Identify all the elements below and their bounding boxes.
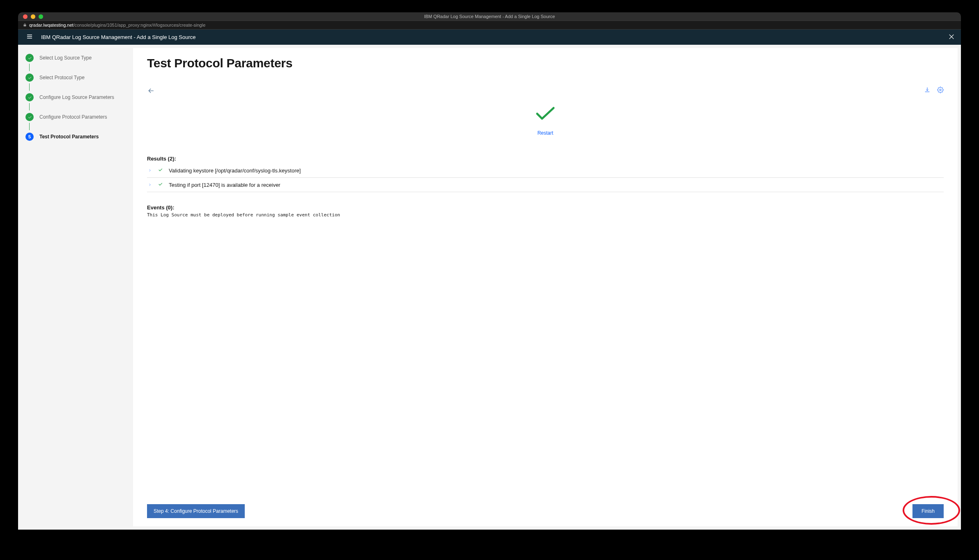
restart-link[interactable]: Restart xyxy=(147,130,944,136)
current-step-badge: 5 xyxy=(25,133,34,141)
result-text: Validating keystore [/opt/qradar/conf/sy… xyxy=(169,168,301,174)
back-arrow-icon[interactable] xyxy=(147,89,155,96)
settings-icon[interactable] xyxy=(937,87,944,95)
check-icon xyxy=(25,73,34,82)
url-bar[interactable]: qradar.lwqatesting.net/console/plugins/1… xyxy=(18,21,961,30)
step-configure-log-source-parameters[interactable]: Configure Log Source Parameters xyxy=(18,87,133,107)
events-note: This Log Source must be deployed before … xyxy=(147,212,944,218)
chevron-right-icon[interactable] xyxy=(148,182,158,188)
url-host: qradar.lwqatesting.net xyxy=(29,23,74,28)
check-icon xyxy=(25,93,34,101)
check-icon xyxy=(25,54,34,62)
window-titlebar: IBM QRadar Log Source Management - Add a… xyxy=(18,12,961,21)
wizard-sidebar: Select Log Source Type Select Protocol T… xyxy=(18,45,133,530)
previous-step-button[interactable]: Step 4: Configure Protocol Parameters xyxy=(147,504,245,518)
app-header: IBM QRadar Log Source Management - Add a… xyxy=(18,30,961,45)
check-icon xyxy=(158,167,169,174)
main-content: Test Protocol Parameters Restart Results… xyxy=(133,48,958,526)
minimize-window-button[interactable] xyxy=(31,14,35,19)
url-path: /console/plugins/1051/app_proxy:nginx/#/… xyxy=(74,23,206,28)
result-row: Validating keystore [/opt/qradar/conf/sy… xyxy=(147,163,944,178)
step-label: Select Log Source Type xyxy=(39,55,92,61)
step-test-protocol-parameters[interactable]: 5 Test Protocol Parameters xyxy=(18,127,133,147)
check-icon xyxy=(25,113,34,121)
step-label: Configure Log Source Parameters xyxy=(39,94,114,100)
step-select-protocol-type[interactable]: Select Protocol Type xyxy=(18,68,133,87)
traffic-lights xyxy=(23,14,43,19)
step-configure-protocol-parameters[interactable]: Configure Protocol Parameters xyxy=(18,107,133,127)
step-select-log-source-type[interactable]: Select Log Source Type xyxy=(18,48,133,68)
chevron-right-icon[interactable] xyxy=(148,168,158,174)
finish-button[interactable]: Finish xyxy=(912,504,944,518)
step-label: Select Protocol Type xyxy=(39,75,85,80)
step-label: Configure Protocol Parameters xyxy=(39,114,107,120)
download-icon[interactable] xyxy=(924,87,931,95)
check-icon xyxy=(158,181,169,188)
hamburger-icon[interactable] xyxy=(26,33,33,41)
step-label: Test Protocol Parameters xyxy=(39,134,99,140)
results-heading: Results (2): xyxy=(147,156,944,162)
close-window-button[interactable] xyxy=(23,14,28,19)
page-title: Test Protocol Parameters xyxy=(147,56,944,70)
success-check-icon xyxy=(147,106,944,123)
svg-point-0 xyxy=(940,89,941,91)
app-header-title: IBM QRadar Log Source Management - Add a… xyxy=(41,34,196,40)
window-title: IBM QRadar Log Source Management - Add a… xyxy=(424,14,555,19)
close-icon[interactable] xyxy=(948,33,955,41)
result-text: Testing if port [12470] is available for… xyxy=(169,182,280,188)
events-heading: Events (0): xyxy=(147,204,944,211)
lock-icon xyxy=(23,23,29,28)
maximize-window-button[interactable] xyxy=(39,14,43,19)
result-row: Testing if port [12470] is available for… xyxy=(147,178,944,192)
